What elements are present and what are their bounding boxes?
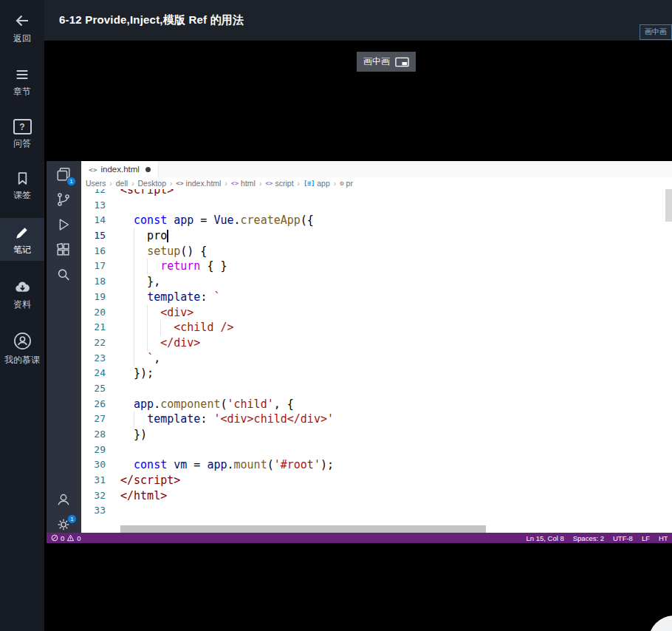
code-line[interactable]: <script>: [120, 189, 672, 198]
indent-guide: [134, 259, 134, 274]
problems-indicator[interactable]: 0 0: [51, 534, 81, 542]
text-cursor: [167, 230, 168, 242]
code-lines: <script> const app = Vue.createApp({ pro…: [120, 189, 672, 519]
account-icon[interactable]: [55, 491, 73, 509]
code-line[interactable]: [120, 381, 672, 397]
settings-gear-icon[interactable]: 1: [55, 516, 73, 534]
sidebar-item-label: 笔记: [13, 245, 31, 254]
warning-icon: [66, 534, 75, 542]
indent-guide: [147, 335, 148, 351]
code-line[interactable]: return { }: [120, 259, 672, 274]
breadcrumb-item-html[interactable]: <>html: [231, 179, 256, 188]
line-number: 14: [81, 213, 120, 228]
code-line[interactable]: </script>: [120, 473, 672, 488]
tab-label: index.html: [100, 165, 139, 174]
breadcrumb-item-desktop[interactable]: Desktop: [137, 179, 166, 188]
extensions-icon[interactable]: [55, 242, 73, 259]
code-editor[interactable]: 1213141516171819202122232425262728293031…: [81, 189, 672, 525]
files-explorer-icon[interactable]: 1: [55, 166, 73, 184]
app-sidebar: 返回 章节 ? 问答 课签 笔记 资料 我的慕课: [0, 0, 44, 631]
line-number: 33: [81, 503, 120, 519]
breadcrumb-item-app[interactable]: [≡]app: [304, 179, 330, 188]
code-line[interactable]: </html>: [120, 488, 672, 504]
sidebar-item-materials[interactable]: 资料: [0, 279, 44, 309]
language-indicator[interactable]: HTML: [659, 534, 668, 542]
sidebar-item-notes[interactable]: 笔记: [0, 218, 44, 261]
page-title: 6-12 Provide,Inject,模版 Ref 的用法: [59, 0, 244, 41]
code-line[interactable]: [120, 198, 672, 214]
source-control-icon[interactable]: [55, 191, 73, 209]
menu-lines-icon: [14, 66, 30, 83]
vertical-scrollbar[interactable]: [665, 189, 672, 222]
warning-count: 0: [77, 534, 80, 542]
code-line[interactable]: }): [120, 427, 672, 443]
sidebar-item-bookmarks[interactable]: 课签: [0, 171, 44, 199]
cloud-download-icon: [14, 279, 31, 296]
search-icon[interactable]: [55, 267, 73, 284]
tag-symbol-icon: <>: [265, 180, 272, 187]
horizontal-scrollbar-thumb[interactable]: [120, 525, 486, 533]
indent-guide: [134, 412, 134, 427]
breadcrumb-separator: ›: [259, 180, 261, 188]
code-line[interactable]: </div>: [120, 335, 672, 351]
indent-guide: [147, 305, 148, 321]
code-line[interactable]: template: `: [120, 290, 672, 305]
my-account-logo-icon: [13, 331, 32, 351]
line-number: 21: [81, 320, 120, 335]
code-line[interactable]: });: [120, 366, 672, 381]
code-line[interactable]: template: '<div>child</div>': [120, 412, 672, 427]
indentation-indicator[interactable]: Spaces: 2: [573, 534, 604, 542]
breadcrumb: Users › dell › Desktop › <>index.html › …: [81, 177, 672, 189]
breadcrumb-item-script[interactable]: <>script: [265, 179, 293, 188]
pencil-icon: [14, 225, 30, 241]
sidebar-item-back[interactable]: 返回: [0, 12, 44, 43]
pip-button[interactable]: 画中画: [357, 52, 416, 72]
encoding-indicator[interactable]: UTF-8: [613, 534, 633, 542]
breadcrumb-item-index-html[interactable]: <>index.html: [176, 179, 221, 188]
code-line[interactable]: const app = Vue.createApp({: [120, 213, 672, 228]
code-line[interactable]: <child />: [120, 320, 672, 335]
pip-dock-chip[interactable]: 画中画: [640, 24, 672, 40]
bookmark-icon: [15, 171, 30, 186]
sidebar-item-qa[interactable]: ? 问答: [0, 119, 44, 148]
code-line[interactable]: <div>: [120, 305, 672, 321]
line-number: 12: [81, 189, 120, 198]
sidebar-item-chapters[interactable]: 章节: [0, 66, 44, 96]
breadcrumb-item-dell[interactable]: dell: [116, 179, 128, 188]
back-arrow-icon: [13, 12, 31, 30]
line-number: 31: [81, 473, 120, 488]
line-number: 26: [81, 397, 120, 412]
code-line[interactable]: setup() {: [120, 244, 672, 259]
code-line[interactable]: `,: [120, 351, 672, 366]
modified-dot-icon[interactable]: [145, 167, 151, 172]
video-area[interactable]: 画中画 1 1: [44, 41, 672, 631]
sidebar-item-label: 返回: [13, 34, 31, 43]
line-number: 30: [81, 457, 120, 473]
line-col-indicator[interactable]: Ln 15, Col 8: [527, 534, 564, 542]
line-number: 13: [81, 198, 120, 214]
run-debug-icon[interactable]: [55, 216, 73, 234]
line-number: 19: [81, 290, 120, 305]
breadcrumb-separator: ›: [170, 180, 172, 188]
line-number: 28: [81, 427, 120, 443]
breadcrumb-item-pr[interactable]: ⚙pr: [340, 179, 353, 188]
tab-index-html[interactable]: <> index.html: [81, 161, 159, 177]
breadcrumb-separator: ›: [298, 180, 300, 188]
code-line[interactable]: const vm = app.mount('#root');: [120, 457, 672, 473]
indent-guide: [134, 320, 134, 335]
code-line[interactable]: [120, 503, 672, 519]
breadcrumb-item-users[interactable]: Users: [86, 179, 106, 188]
code-line[interactable]: [120, 443, 672, 458]
vscode-window: 1 1 <> index.: [47, 161, 672, 543]
eol-indicator[interactable]: LF: [642, 534, 650, 542]
breadcrumb-separator: ›: [224, 180, 227, 188]
code-line[interactable]: app.component('child', {: [120, 397, 672, 412]
code-line[interactable]: },: [120, 274, 672, 290]
breadcrumb-separator: ›: [131, 180, 134, 188]
code-line[interactable]: pro: [120, 228, 672, 244]
line-number: 17: [81, 259, 120, 274]
sidebar-item-my-mooc[interactable]: 我的慕课: [0, 331, 44, 364]
tab-bar: <> index.html: [81, 161, 672, 177]
pip-icon: [395, 57, 409, 67]
sidebar-item-label: 课签: [13, 191, 31, 199]
